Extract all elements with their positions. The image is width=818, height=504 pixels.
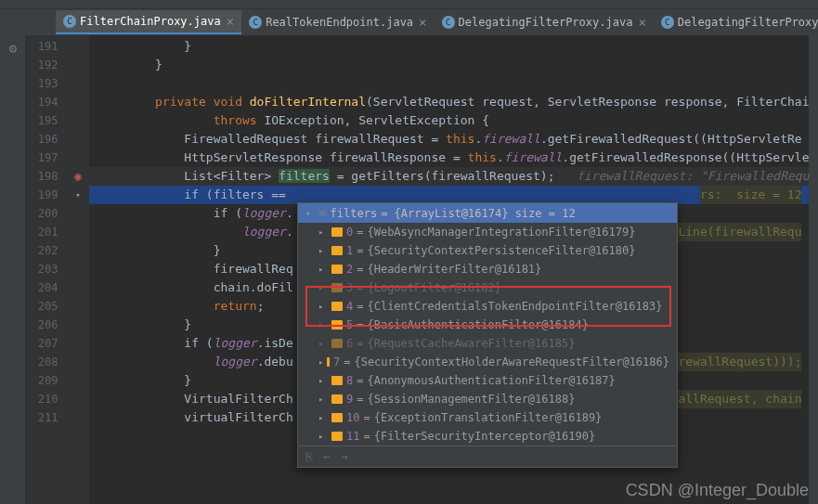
code-line: if (filters == rs: size = 12 (89, 186, 809, 204)
code-line: FirewalledRequest firewallRequest = this… (89, 130, 809, 149)
line-number: 196 (26, 130, 67, 149)
gutter-spot (67, 353, 88, 371)
item-index: 0 (346, 226, 353, 239)
gear-icon[interactable]: ⚙ (4, 41, 22, 59)
gutter-spot (67, 223, 88, 241)
object-icon (331, 432, 343, 441)
line-number: 199 (26, 186, 67, 204)
item-value: {AnonymousAuthenticationFilter@16187} (367, 374, 615, 387)
popup-var-name: filters (331, 207, 378, 220)
close-icon[interactable]: × (419, 15, 426, 30)
chevron-right-icon[interactable]: ▸ (318, 413, 328, 422)
gutter-spot (67, 297, 88, 316)
equals: = (357, 244, 363, 257)
forward-icon[interactable]: → (341, 450, 347, 463)
editor-tabs: C FilterChainProxy.java × C RealTokenEnd… (0, 9, 818, 35)
popup-item[interactable]: ▸3 = {LogoutFilter@16182} (298, 278, 677, 297)
popup-item[interactable]: ▸6 = {RequestCacheAwareFilter@16185} (298, 334, 677, 353)
object-icon (331, 302, 343, 311)
copy-icon[interactable]: ⎘ (305, 450, 312, 463)
java-class-icon: C (661, 16, 674, 29)
tab-delegatingfilterproxy[interactable]: C DelegatingFilterProxy.java × (435, 11, 654, 33)
line-number: 207 (26, 334, 67, 353)
equals: = (357, 318, 363, 331)
chevron-right-icon[interactable]: ▸ (318, 302, 328, 311)
equals: = (363, 430, 370, 443)
item-index: 7 (333, 355, 340, 368)
gutter-spot (67, 278, 88, 297)
popup-item[interactable]: ▸5 = {BasicAuthenticationFilter@16184} (298, 316, 677, 334)
item-value: {BasicAuthenticationFilter@16184} (367, 318, 588, 331)
gutter-spot (67, 316, 88, 334)
object-icon (327, 357, 330, 367)
gutter-spot (67, 204, 88, 223)
popup-item[interactable]: ▸0 = {WebAsyncManagerIntegrationFilter@1… (298, 223, 677, 241)
code-line: List<Filter> filters = getFilters(firewa… (89, 167, 809, 186)
chevron-right-icon[interactable]: ▸ (318, 432, 328, 441)
object-icon (331, 394, 343, 404)
object-icon (331, 227, 343, 237)
popup-item[interactable]: ▸2 = {HeaderWriterFilter@16181} (298, 260, 677, 278)
chevron-down-icon[interactable]: ▾ (305, 209, 315, 218)
tab-label: DelegatingFilterProxy.java (459, 16, 633, 29)
tab-realtokenendpoint[interactable]: C RealTokenEndpoint.java × (241, 11, 434, 33)
gutter-spot (67, 390, 88, 408)
chevron-right-icon[interactable]: ▸ (318, 265, 328, 274)
item-value: {HeaderWriterFilter@16181} (367, 263, 541, 276)
line-number: 195 (26, 111, 67, 130)
chevron-right-icon[interactable]: ▸ (318, 394, 328, 404)
line-number: 204 (26, 278, 67, 297)
item-index: 1 (346, 244, 353, 257)
line-number: 203 (26, 260, 67, 278)
popup-item[interactable]: ▸11 = {FilterSecurityInterceptor@16190} (298, 427, 677, 446)
popup-item[interactable]: ▸7 = {SecurityContextHolderAwareRequestF… (298, 353, 677, 371)
chevron-right-icon[interactable]: ▸ (318, 246, 328, 255)
close-icon[interactable]: × (638, 15, 645, 30)
popup-header[interactable]: ▾ ∞ filters = {ArrayList@16174} size = 1… (298, 203, 677, 223)
item-index: 10 (346, 411, 359, 424)
equals: = (363, 411, 370, 424)
object-icon (331, 339, 343, 348)
item-value: {SecurityContextHolderAwareRequestFilter… (354, 355, 669, 368)
tab-delegatingfilterproxyregistration[interactable]: C DelegatingFilterProxyRegistrationBean.… (654, 12, 818, 32)
java-class-icon: C (442, 16, 455, 29)
chevron-right-icon[interactable]: ▸ (318, 339, 328, 348)
line-number: 210 (26, 390, 67, 408)
popup-var-value: = {ArrayList@16174} size = 12 (381, 207, 576, 220)
chevron-right-icon[interactable]: ▸ (318, 357, 323, 367)
item-value: {WebAsyncManagerIntegrationFilter@16179} (367, 226, 635, 239)
equals: = (357, 263, 363, 276)
item-value: {SecurityContextPersistenceFilter@16180} (367, 244, 635, 257)
back-icon[interactable]: ← (323, 450, 330, 463)
item-index: 3 (346, 281, 353, 294)
equals: = (357, 374, 363, 387)
object-icon (331, 246, 343, 255)
popup-item[interactable]: ▸8 = {AnonymousAuthenticationFilter@1618… (298, 371, 677, 390)
chevron-right-icon[interactable]: ▸ (318, 283, 328, 292)
watermark: CSDN @Integer_Double (626, 481, 809, 500)
item-index: 4 (346, 300, 353, 313)
popup-item[interactable]: ▸1 = {SecurityContextPersistenceFilter@1… (298, 241, 677, 260)
line-number: 201 (26, 223, 67, 241)
item-value: {RequestCacheAwareFilter@16185} (367, 337, 575, 350)
equals: = (344, 355, 350, 368)
scrollbar[interactable] (809, 35, 818, 504)
java-class-icon: C (249, 16, 262, 29)
tab-filterchainproxy[interactable]: C FilterChainProxy.java × (56, 10, 241, 34)
chevron-right-icon[interactable]: ▸ (318, 320, 328, 330)
popup-item[interactable]: ▸4 = {ClientCredentialsTokenEndpointFilt… (298, 297, 677, 316)
line-number: 200 (26, 204, 67, 223)
item-index: 11 (346, 430, 359, 443)
breakpoint-icon[interactable]: ◉ (67, 167, 88, 186)
gutter-spot (67, 130, 88, 149)
line-number: 205 (26, 297, 67, 316)
popup-item[interactable]: ▸9 = {SessionManagementFilter@16188} (298, 390, 677, 408)
foldable-icon[interactable]: ▾ (67, 186, 88, 204)
chevron-right-icon[interactable]: ▸ (318, 376, 328, 385)
chevron-right-icon[interactable]: ▸ (318, 227, 328, 237)
equals: = (357, 226, 363, 239)
popup-item[interactable]: ▸10 = {ExceptionTranslationFilter@16189} (298, 408, 677, 427)
line-number: 209 (26, 371, 67, 390)
tab-label: FilterChainProxy.java (80, 15, 221, 28)
close-icon[interactable]: × (227, 14, 234, 29)
